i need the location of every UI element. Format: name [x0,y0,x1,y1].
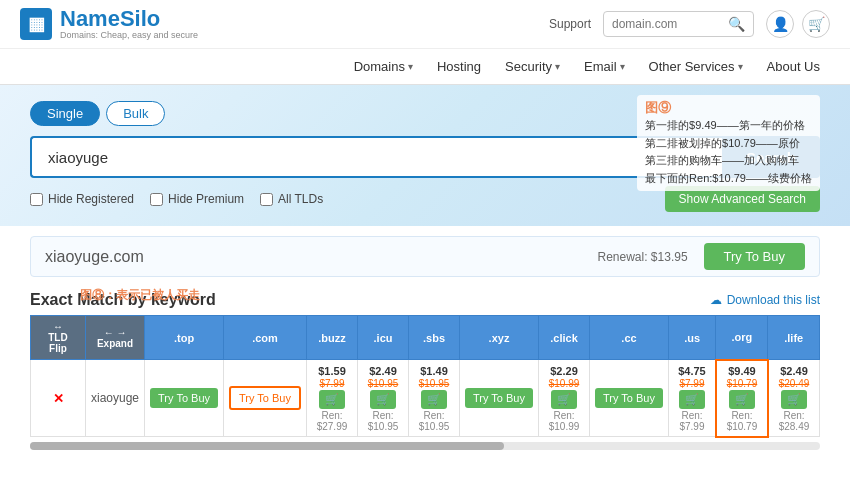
cell-icu: $2.49 $10.95 🛒 Ren: $10.95 [358,360,409,437]
annotation-lines: 第一排的$9.49——第一年的价格 第二排被划掉的$10.79——原价 第三排的… [645,117,812,187]
logo-text: NameSilo Domains: Cheap, easy and secure [60,8,198,40]
cart-buzz[interactable]: 🛒 [319,390,345,409]
nav-email-arrow: ▾ [620,61,625,72]
left-annotation-text: 图⑧：表示已被人买走 [80,288,200,302]
col-org: .org [716,316,768,360]
col-tld-flip: ↔ TLD Flip [31,316,86,360]
nav-security-arrow: ▾ [555,61,560,72]
cart-icon[interactable]: 🛒 [802,10,830,38]
hide-registered-label: Hide Registered [48,192,134,206]
tld-flip-header: ↔ TLD Flip [37,321,79,354]
download-link[interactable]: ☁ Download this list [710,293,820,307]
price-life: $2.49 $20.49 🛒 Ren: $28.49 [774,365,814,432]
annotation-line3: 第三排的购物车——加入购物车 [645,152,812,170]
support-label: Support [549,17,591,31]
nav-domains-arrow: ▾ [408,61,413,72]
all-tlds-checkbox[interactable] [260,193,273,206]
cell-us: $4.75 $7.99 🛒 Ren: $7.99 [668,360,715,437]
header-right: Support 🔍 👤 🛒 [549,10,830,38]
result-try-buy-button[interactable]: Try To Buy [704,243,805,270]
price-us: $4.75 $7.99 🛒 Ren: $7.99 [674,365,710,432]
cell-cc: Try To Buy [590,360,669,437]
search-icon: 🔍 [728,16,745,32]
account-icon[interactable]: 👤 [766,10,794,38]
nav-other-services[interactable]: Other Services ▾ [639,49,753,85]
price-icu: $2.49 $10.95 🛒 Ren: $10.95 [363,365,403,432]
annotation-line2: 第二排被划掉的$10.79——原价 [645,135,812,153]
nav-about-label: About Us [767,59,820,74]
cart-icu[interactable]: 🛒 [370,390,396,409]
scrollbar-thumb [30,442,504,450]
logo-name-part1: Name [60,6,120,31]
cell-click: $2.29 $10.99 🛒 Ren: $10.99 [539,360,590,437]
header-search-input[interactable] [612,17,722,31]
logo-sub: Domains: Cheap, easy and secure [60,30,198,40]
hide-premium-label: Hide Premium [168,192,244,206]
tld-icon: ↔ [53,321,63,332]
logo-name: NameSilo [60,8,198,30]
nav-email-label: Email [584,59,617,74]
hide-registered-checkbox[interactable] [30,193,43,206]
filter-hide-premium[interactable]: Hide Premium [150,192,244,206]
try-buy-com[interactable]: Try To Buy [229,386,301,410]
cart-click[interactable]: 🛒 [551,390,577,409]
logo-area: ▦ NameSilo Domains: Cheap, easy and secu… [20,8,198,40]
nav-other-arrow: ▾ [738,61,743,72]
hide-premium-checkbox[interactable] [150,193,163,206]
col-icu: .icu [358,316,409,360]
nav-domains-label: Domains [354,59,405,74]
cell-life: $2.49 $20.49 🛒 Ren: $28.49 [768,360,820,437]
price-click: $2.29 $10.99 🛒 Ren: $10.99 [544,365,584,432]
x-mark: ✕ [53,391,64,406]
scrollbar[interactable] [30,442,820,450]
nav-security[interactable]: Security ▾ [495,49,570,85]
all-tlds-label: All TLDs [278,192,323,206]
col-us: .us [668,316,715,360]
header-search-box[interactable]: 🔍 [603,11,754,37]
tab-bulk[interactable]: Bulk [106,101,165,126]
col-top: .top [145,316,224,360]
nav-domains[interactable]: Domains ▾ [344,49,423,85]
cell-com: Try To Buy [224,360,307,437]
try-buy-xyz[interactable]: Try To Buy [465,388,533,408]
cell-sbs: $1.49 $10.95 🛒 Ren: $10.95 [409,360,460,437]
nav-about-us[interactable]: About Us [757,49,830,85]
cart-sbs[interactable]: 🛒 [421,390,447,409]
hero-section: Single Bulk Search Hide Registered Hide … [0,85,850,226]
filter-all-tlds[interactable]: All TLDs [260,192,323,206]
try-buy-cc[interactable]: Try To Buy [595,388,663,408]
col-com: .com [224,316,307,360]
tab-single[interactable]: Single [30,101,100,126]
price-sbs: $1.49 $10.95 🛒 Ren: $10.95 [414,365,454,432]
cell-buzz: $1.59 $7.99 🛒 Ren: $27.99 [306,360,357,437]
domain-search-input[interactable] [30,136,722,178]
cart-us[interactable]: 🛒 [679,390,705,409]
nav-hosting-label: Hosting [437,59,481,74]
result-section: xiaoyuge.com Renewal: $13.95 Try To Buy [0,226,850,277]
cart-org[interactable]: 🛒 [729,390,755,409]
price-buzz: $1.59 $7.99 🛒 Ren: $27.99 [312,365,352,432]
try-buy-top[interactable]: Try To Buy [150,388,218,408]
result-domain: xiaoyuge.com [45,248,598,266]
col-cc: .cc [590,316,669,360]
col-click: .click [539,316,590,360]
col-life: .life [768,316,820,360]
annotation-line4: 最下面的Ren:$10.79——续费价格 [645,170,812,188]
nav-bar: Domains ▾ Hosting Security ▾ Email ▾ Oth… [0,49,850,85]
result-row: xiaoyuge.com Renewal: $13.95 Try To Buy [30,236,820,277]
domain-table: ↔ TLD Flip ← → Expand .top .com .buzz .i… [30,315,820,438]
main-table-section: Exact Match by keyword ☁ Download this l… [0,285,850,450]
cell-xyz: Try To Buy [460,360,539,437]
expand-icon: ← → [104,327,127,338]
nav-email[interactable]: Email ▾ [574,49,635,85]
header: ▦ NameSilo Domains: Cheap, easy and secu… [0,0,850,49]
cell-org-highlight: $9.49 $10.79 🛒 Ren: $10.79 [716,360,768,437]
annotation-title: 图⑨ [645,99,812,117]
domain-name-cell: xiaoyuge [86,360,145,437]
cart-life[interactable]: 🛒 [781,390,807,409]
nav-hosting[interactable]: Hosting [427,49,491,85]
nav-other-label: Other Services [649,59,735,74]
col-xyz: .xyz [460,316,539,360]
col-buzz: .buzz [306,316,357,360]
filter-hide-registered[interactable]: Hide Registered [30,192,134,206]
